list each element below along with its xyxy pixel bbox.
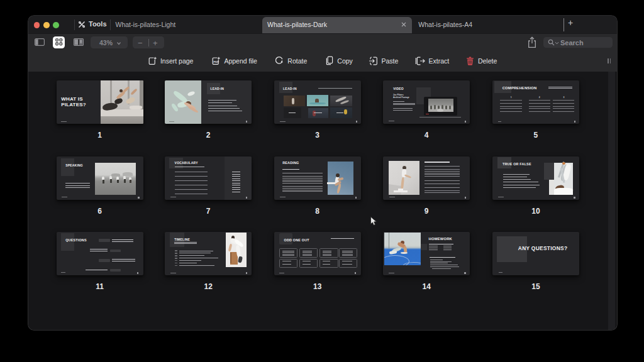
svg-text:PDF: PDF — [214, 60, 219, 63]
